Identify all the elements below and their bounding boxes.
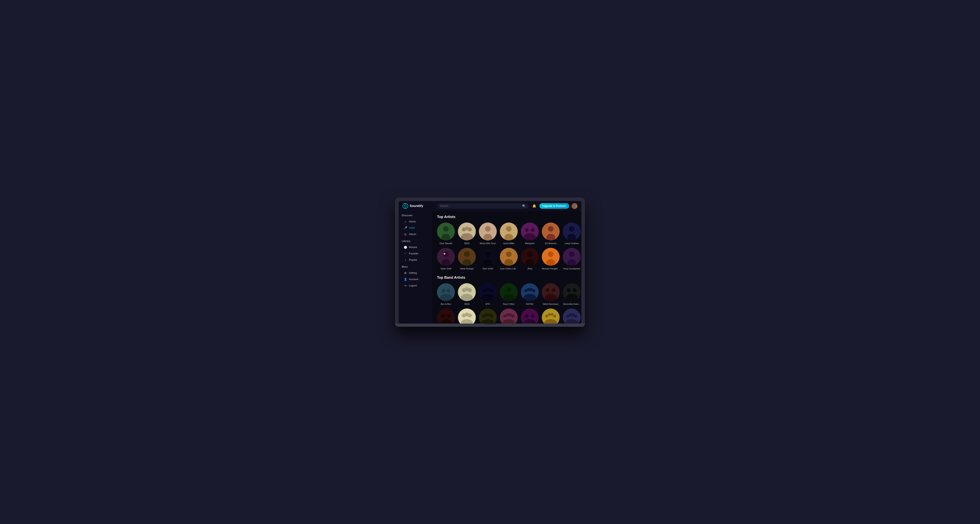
upgrade-button[interactable]: Upgrade to Premium (539, 203, 569, 209)
search-input[interactable] (440, 204, 521, 207)
band-avatar-sb19-3 (458, 308, 476, 323)
svg-point-73 (523, 294, 536, 301)
sidebar-item-setting[interactable]: ⚙ Setting (400, 270, 431, 276)
band-card-boyz[interactable]: Boyz II Men (500, 283, 518, 305)
artist-name-jroa: JRoa (527, 267, 532, 270)
artist-name-blackpink-1: Blackpink (525, 242, 534, 245)
band-card-blackpink-2[interactable]: Blackpink (521, 308, 539, 323)
artist-card-zack[interactable]: Zack Tabudlo (437, 222, 455, 245)
app-name: Soundify (410, 204, 423, 208)
svg-point-21 (524, 233, 536, 240)
band-name-december: December Aven... (563, 303, 580, 305)
band-avatar-bts (479, 283, 497, 301)
svg-point-75 (546, 288, 550, 292)
artist-card-juan[interactable]: Juan Carlos Lab... (500, 248, 518, 270)
band-card-girls[interactable]: Girls' Generation (500, 308, 518, 323)
header-actions: 🔔 Upgrade to Premium 👤 (531, 203, 578, 209)
sidebar-item-recent[interactable]: 🕐 Recent (400, 244, 431, 251)
band-avatar-twice (563, 308, 581, 323)
band-name-boyz: Boyz II Men (503, 303, 514, 305)
artist-card-michael[interactable]: Michael Pangilin... (542, 248, 560, 270)
artist-avatar-sb19-1 (458, 222, 476, 240)
top-band-artists-grid: Ben & Ben SB19 BTS (437, 283, 577, 323)
band-card-silent[interactable]: Silent Sanctuary (542, 283, 560, 305)
sidebar-artist-label: Artist (409, 226, 415, 229)
svg-point-80 (573, 288, 577, 292)
band-card-twice[interactable]: Twice (563, 308, 581, 323)
band-card-seventeen[interactable]: Seventeen (542, 308, 560, 323)
band-card-bigbang[interactable]: Big Bang (437, 308, 455, 323)
sidebar-item-album[interactable]: ◎ Album (400, 231, 431, 237)
laptop-wrapper: Soundify 🔍 🔔 Upgrade to Premium 👤 (395, 197, 585, 327)
svg-point-39 (506, 251, 512, 257)
artist-name-zack: Zack Tabudlo (439, 242, 452, 245)
recent-icon: 🕐 (404, 246, 407, 249)
svg-point-81 (566, 294, 578, 301)
band-name-nsync: NSYNC (526, 303, 534, 305)
sidebar-item-home[interactable]: ⌂ Home (400, 218, 431, 225)
artist-card-sam[interactable]: Sam Smith (479, 248, 497, 270)
sidebar-item-artist[interactable]: 🎤 Artist (400, 225, 431, 231)
artist-card-blackpink-1[interactable]: Blackpink (521, 222, 539, 245)
sidebar-item-logout[interactable]: ⇥ Logout (400, 283, 431, 289)
band-avatar-girls (500, 308, 518, 323)
artist-card-moira[interactable]: Moira Dela Torre (479, 222, 497, 245)
svg-point-51 (441, 289, 445, 293)
sidebar-item-account[interactable]: 👤 Account (400, 276, 431, 283)
search-bar[interactable]: 🔍 (438, 203, 528, 209)
artist-card-jamie[interactable]: Jamie Miller (500, 222, 518, 245)
artist-avatar-jamie (500, 222, 518, 240)
artist-card-jroa[interactable]: JRoa (521, 248, 539, 270)
playlist-icon: ♪ (404, 258, 407, 262)
artist-avatar-lukas (563, 222, 581, 240)
svg-point-36 (485, 251, 491, 257)
sidebar-item-playlist[interactable]: ♪ Playlist (400, 257, 431, 263)
artist-card-taylor[interactable]: Taylor Swift (437, 248, 455, 270)
svg-point-57 (468, 288, 472, 292)
band-card-exo[interactable]: EXO (479, 308, 497, 323)
artist-name-michael: Michael Pangilin... (542, 267, 560, 270)
band-avatar-exo (479, 308, 497, 323)
sidebar-home-label: Home (409, 220, 416, 223)
artist-card-sb19-1[interactable]: SB19 (458, 222, 476, 245)
band-card-bts[interactable]: BTS (479, 283, 497, 305)
svg-point-19 (525, 228, 529, 232)
svg-point-10 (468, 227, 472, 232)
svg-point-110 (551, 313, 554, 316)
sidebar: Discover ⌂ Home 🎤 Artist ◎ Album Libra (399, 211, 432, 324)
svg-point-115 (569, 313, 572, 316)
artist-avatar-zack (437, 222, 455, 240)
band-card-nsync[interactable]: NSYNC (521, 283, 539, 305)
user-avatar[interactable]: 👤 (571, 203, 578, 209)
sidebar-favorite-label: Favorite (409, 252, 418, 255)
band-avatar-ben (437, 283, 455, 301)
sidebar-item-favorite[interactable]: ♡ Favorite (400, 251, 431, 257)
svg-point-70 (527, 288, 530, 291)
artist-name-lukas: Lukas Graham (565, 242, 579, 245)
laptop-screen: Soundify 🔍 🔔 Upgrade to Premium 👤 (399, 201, 581, 324)
svg-point-111 (553, 315, 556, 318)
band-card-ben[interactable]: Ben & Ben (437, 283, 455, 305)
svg-point-89 (468, 313, 472, 318)
artist-card-olivia[interactable]: Olivia Rodrigo (458, 248, 476, 270)
svg-point-64 (482, 294, 494, 301)
favorite-icon: ♡ (404, 252, 407, 255)
artist-card-lukas[interactable]: Lukas Graham (563, 222, 581, 245)
band-card-sb19-3[interactable]: SB19 (458, 308, 476, 323)
svg-point-93 (485, 313, 488, 316)
artist-avatar-juan (500, 248, 518, 266)
logo-icon (402, 203, 408, 209)
top-band-artists-title: Top Band Artists (437, 276, 577, 280)
svg-point-13 (485, 226, 491, 232)
band-card-sb19-2[interactable]: SB19 (458, 283, 476, 305)
band-card-december[interactable]: December Aven... (563, 283, 581, 305)
artist-card-yeng[interactable]: Yeng Constantino (563, 248, 581, 270)
top-artists-grid: Zack Tabudlo SB19 Moira De (437, 222, 577, 270)
band-avatar-silent (542, 283, 560, 301)
band-name-silent: Silent Sanctuary (543, 303, 558, 305)
svg-point-109 (548, 313, 551, 316)
svg-point-1 (404, 205, 406, 207)
sidebar-logout-label: Logout (409, 284, 417, 287)
artist-card-ed[interactable]: Ed Sheeran (542, 222, 560, 245)
notification-icon[interactable]: 🔔 (531, 203, 537, 209)
